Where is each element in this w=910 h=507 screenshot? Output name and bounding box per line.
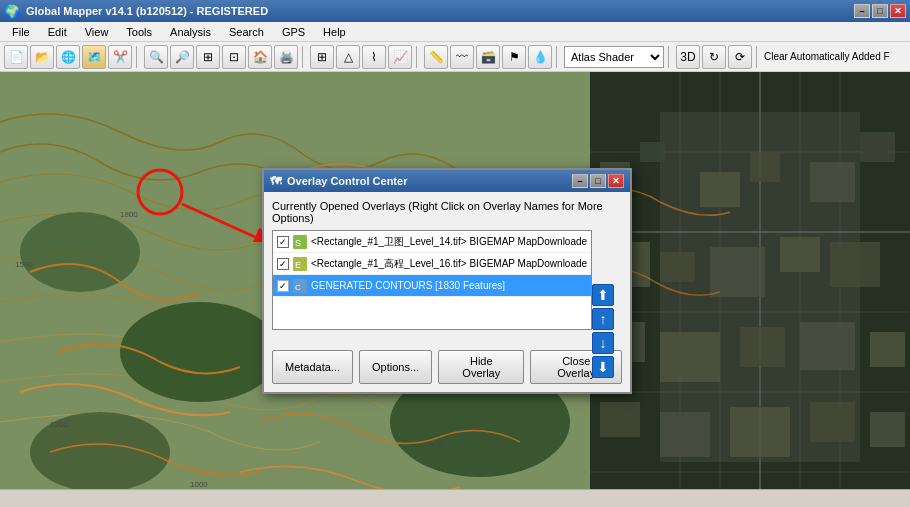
- svg-rect-44: [810, 402, 855, 442]
- close-button[interactable]: ✕: [890, 4, 906, 18]
- options-button[interactable]: Options...: [359, 350, 432, 384]
- overlay-row-1[interactable]: E <Rectangle_#1_高程_Level_16.tif> BIGEMAP…: [273, 253, 591, 275]
- move-bottom-button[interactable]: ⬇: [592, 356, 614, 378]
- measure-button[interactable]: 📏: [424, 45, 448, 69]
- overlay-row-0[interactable]: S <Rectangle_#1_卫图_Level_14.tif> BIGEMAP…: [273, 231, 591, 253]
- globe-button[interactable]: 🌐: [56, 45, 80, 69]
- zoom-full-button[interactable]: ⊞: [196, 45, 220, 69]
- overlay-label-2: GENERATED CONTOURS [1830 Features]: [311, 280, 505, 291]
- svg-rect-29: [810, 162, 855, 202]
- menu-search[interactable]: Search: [221, 24, 272, 40]
- svg-rect-42: [660, 412, 710, 457]
- rotate-button[interactable]: ↻: [702, 45, 726, 69]
- overlay-button[interactable]: 🗺️: [82, 45, 106, 69]
- svg-rect-43: [730, 407, 790, 457]
- print-button[interactable]: 🖨️: [274, 45, 298, 69]
- dialog-content: Currently Opened Overlays (Right Click o…: [264, 192, 630, 346]
- svg-rect-45: [870, 412, 905, 447]
- zoom-out-button[interactable]: 🔎: [170, 45, 194, 69]
- hide-overlay-button[interactable]: Hide Overlay: [438, 350, 524, 384]
- svg-text:S: S: [295, 238, 301, 248]
- overlay-icon-2: C: [293, 279, 307, 293]
- map-area[interactable]: 1500 1200 1000 900 1400 1800: [0, 72, 910, 507]
- path-button[interactable]: ⌇: [362, 45, 386, 69]
- dialog-footer: Metadata... Options... Hide Overlay Clos…: [264, 346, 630, 392]
- overlay-checkbox-2[interactable]: [277, 280, 289, 292]
- tilt-button[interactable]: ⟳: [728, 45, 752, 69]
- metadata-button[interactable]: Metadata...: [272, 350, 353, 384]
- grid-button[interactable]: ⊞: [310, 45, 334, 69]
- svg-rect-34: [780, 237, 820, 272]
- svg-text:1800: 1800: [120, 210, 138, 219]
- svg-rect-41: [600, 402, 640, 437]
- svg-rect-40: [870, 332, 905, 367]
- overlay-label-0: <Rectangle_#1_卫图_Level_14.tif> BIGEMAP M…: [311, 235, 587, 249]
- app-title: Global Mapper v14.1 (b120512) - REGISTER…: [26, 5, 268, 17]
- svg-rect-39: [800, 322, 855, 370]
- svg-rect-37: [660, 332, 720, 382]
- dialog-title-text: Overlay Control Center: [287, 175, 407, 187]
- svg-text:1200: 1200: [50, 420, 68, 429]
- contour-button[interactable]: 〰: [450, 45, 474, 69]
- menu-edit[interactable]: Edit: [40, 24, 75, 40]
- dialog-close-button[interactable]: ✕: [608, 174, 624, 188]
- svg-text:E: E: [295, 260, 301, 270]
- menu-analysis[interactable]: Analysis: [162, 24, 219, 40]
- home-button[interactable]: 🏠: [248, 45, 272, 69]
- svg-text:C: C: [295, 283, 301, 292]
- minimize-button[interactable]: –: [854, 4, 870, 18]
- toolbar-main: 📄 📂 🌐 🗺️ ✂️ 🔍 🔎 ⊞ ⊡ 🏠 🖨️ ⊞ △ ⌇ 📈 📏 〰 🗃️ …: [0, 42, 910, 72]
- svg-rect-35: [830, 242, 880, 287]
- overlay-control-dialog: 🗺 Overlay Control Center – □ ✕ Currently…: [262, 168, 632, 394]
- svg-text:1000: 1000: [190, 480, 208, 489]
- maximize-button[interactable]: □: [872, 4, 888, 18]
- arrow-panel: ⬆ ↑ ↓ ⬇: [592, 284, 614, 378]
- water-button[interactable]: 💧: [528, 45, 552, 69]
- layer-button[interactable]: 🗃️: [476, 45, 500, 69]
- menu-gps[interactable]: GPS: [274, 24, 313, 40]
- move-down-button[interactable]: ↓: [592, 332, 614, 354]
- svg-rect-33: [710, 247, 765, 297]
- title-bar-controls: – □ ✕: [854, 4, 906, 18]
- new-button[interactable]: 📄: [4, 45, 28, 69]
- app-icon: 🌍: [4, 4, 20, 19]
- title-bar: 🌍 Global Mapper v14.1 (b120512) - REGIST…: [0, 0, 910, 22]
- sep5: [668, 46, 672, 68]
- move-up-button[interactable]: ↑: [592, 308, 614, 330]
- zoom-in-button[interactable]: 🔍: [144, 45, 168, 69]
- open-button[interactable]: 📂: [30, 45, 54, 69]
- svg-rect-30: [860, 132, 895, 162]
- dialog-title-controls: – □ ✕: [572, 174, 624, 188]
- elev-button[interactable]: 📈: [388, 45, 412, 69]
- svg-text:900: 900: [430, 440, 444, 449]
- overlay-row-2[interactable]: C GENERATED CONTOURS [1830 Features]: [273, 275, 591, 297]
- dialog-icon: 🗺: [270, 175, 281, 187]
- clear-auto-label: Clear Automatically Added F: [764, 51, 890, 62]
- overlay-checkbox-0[interactable]: [277, 236, 289, 248]
- 3d-button[interactable]: 3D: [676, 45, 700, 69]
- dialog-maximize-button[interactable]: □: [590, 174, 606, 188]
- title-bar-left: 🌍 Global Mapper v14.1 (b120512) - REGIST…: [4, 4, 268, 19]
- status-bar: [0, 489, 910, 507]
- zoom-select-button[interactable]: ⊡: [222, 45, 246, 69]
- menu-help[interactable]: Help: [315, 24, 354, 40]
- move-top-button[interactable]: ⬆: [592, 284, 614, 306]
- feature-button[interactable]: ⚑: [502, 45, 526, 69]
- scissors-button[interactable]: ✂️: [108, 45, 132, 69]
- dialog-title-bar[interactable]: 🗺 Overlay Control Center – □ ✕: [264, 170, 630, 192]
- overlay-list[interactable]: S <Rectangle_#1_卫图_Level_14.tif> BIGEMAP…: [272, 230, 592, 330]
- menu-tools[interactable]: Tools: [118, 24, 160, 40]
- overlay-checkbox-1[interactable]: [277, 258, 289, 270]
- menu-bar: File Edit View Tools Analysis Search GPS…: [0, 22, 910, 42]
- sep6: [756, 46, 760, 68]
- svg-point-2: [20, 212, 140, 292]
- dialog-minimize-button[interactable]: –: [572, 174, 588, 188]
- menu-view[interactable]: View: [77, 24, 117, 40]
- svg-rect-27: [700, 172, 740, 207]
- sep2: [302, 46, 306, 68]
- shader-select[interactable]: Atlas Shader: [564, 46, 664, 68]
- sep4: [556, 46, 560, 68]
- polygon-button[interactable]: △: [336, 45, 360, 69]
- overlay-icon-0: S: [293, 235, 307, 249]
- menu-file[interactable]: File: [4, 24, 38, 40]
